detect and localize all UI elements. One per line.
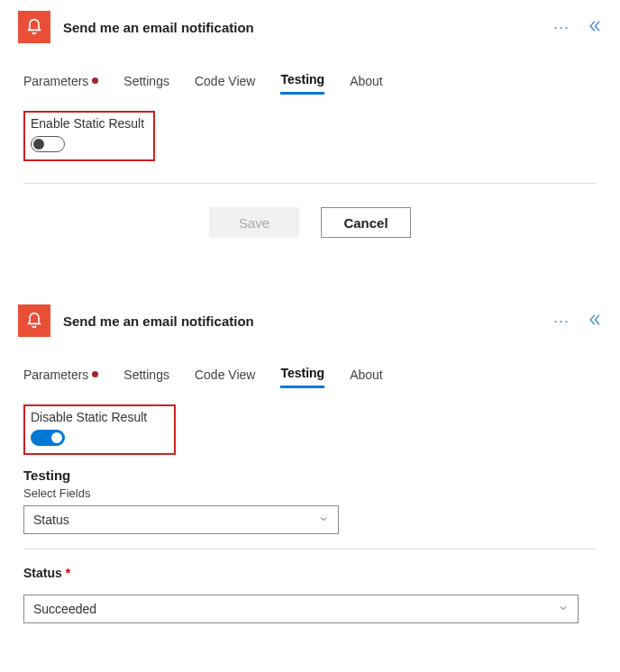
tab-parameters[interactable]: Parameters: [23, 72, 98, 95]
panel-title: Send me an email notification: [63, 313, 553, 329]
badge-dot-icon: [92, 77, 98, 84]
select-fields-value: Status: [33, 513, 69, 527]
tab-about[interactable]: About: [350, 366, 383, 388]
notification-bell-icon: [18, 11, 50, 43]
select-fields-dropdown[interactable]: Status: [23, 505, 339, 534]
highlight-annotation: Disable Static Result: [23, 404, 176, 455]
tab-testing[interactable]: Testing: [280, 72, 324, 95]
tab-code-view[interactable]: Code View: [195, 366, 255, 388]
tab-code-view[interactable]: Code View: [195, 72, 255, 95]
status-dropdown[interactable]: Succeeded: [23, 595, 579, 623]
tab-settings[interactable]: Settings: [123, 366, 169, 388]
header-actions: ···: [553, 312, 602, 331]
panel-title: Send me an email notification: [63, 20, 553, 35]
chevron-down-icon: [558, 602, 569, 616]
select-fields-label: Select Fields: [23, 486, 597, 500]
panel-body: Enable Static Result: [0, 95, 620, 174]
panel-header: Send me an email notification ···: [0, 294, 620, 344]
action-panel-testing-off: Send me an email notification ··· Parame…: [0, 0, 620, 268]
collapse-icon[interactable]: [586, 312, 602, 331]
status-value: Succeeded: [33, 602, 96, 616]
collapse-icon[interactable]: [586, 18, 602, 37]
cancel-button[interactable]: Cancel: [321, 207, 411, 238]
testing-heading: Testing: [23, 468, 597, 483]
action-panel-testing-on: Send me an email notification ··· Parame…: [0, 294, 620, 623]
more-menu-icon[interactable]: ···: [553, 18, 570, 37]
button-row: Save Cancel: [0, 184, 620, 268]
static-result-toggle-label: Disable Static Result: [31, 410, 147, 424]
tab-about[interactable]: About: [350, 72, 383, 95]
static-result-toggle[interactable]: [31, 136, 65, 152]
tab-parameters[interactable]: Parameters: [23, 366, 98, 388]
panel-body: Disable Static Result Testing Select Fie…: [0, 388, 620, 623]
header-actions: ···: [553, 18, 602, 37]
static-result-toggle[interactable]: [31, 430, 65, 446]
status-label: Status: [23, 566, 597, 580]
badge-dot-icon: [92, 371, 98, 377]
divider: [23, 549, 597, 549]
static-result-toggle-label: Enable Static Result: [31, 116, 144, 131]
notification-bell-icon: [18, 304, 50, 337]
chevron-down-icon: [318, 513, 329, 527]
tab-bar: Parameters Settings Code View Testing Ab…: [0, 50, 620, 95]
tab-testing[interactable]: Testing: [280, 366, 324, 388]
tab-bar: Parameters Settings Code View Testing Ab…: [0, 344, 620, 388]
panel-header: Send me an email notification ···: [0, 0, 620, 50]
tab-settings[interactable]: Settings: [123, 72, 169, 95]
highlight-annotation: Enable Static Result: [23, 111, 155, 161]
save-button[interactable]: Save: [209, 207, 299, 238]
more-menu-icon[interactable]: ···: [553, 312, 570, 331]
